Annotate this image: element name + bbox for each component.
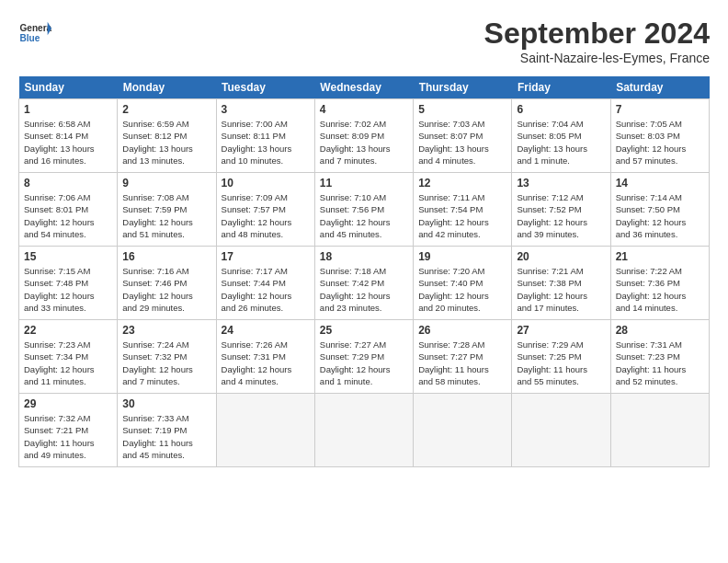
calendar-cell: 29Sunrise: 7:32 AMSunset: 7:21 PMDayligh… xyxy=(19,394,118,467)
day-detail: Sunrise: 7:11 AMSunset: 7:54 PMDaylight:… xyxy=(418,191,506,240)
day-number: 26 xyxy=(418,324,506,337)
logo: General Blue xyxy=(18,17,51,50)
month-title: September 2024 xyxy=(484,17,710,51)
day-number: 2 xyxy=(122,103,210,116)
day-detail: Sunrise: 7:22 AMSunset: 7:36 PMDaylight:… xyxy=(616,265,704,314)
calendar-cell: 12Sunrise: 7:11 AMSunset: 7:54 PMDayligh… xyxy=(414,173,512,247)
day-detail: Sunrise: 7:32 AMSunset: 7:21 PMDaylight:… xyxy=(24,412,112,461)
calendar-cell: 25Sunrise: 7:27 AMSunset: 7:29 PMDayligh… xyxy=(314,320,413,394)
calendar-week-1: 1Sunrise: 6:58 AMSunset: 8:14 PMDaylight… xyxy=(19,99,710,173)
calendar-cell xyxy=(314,394,413,467)
calendar-cell: 13Sunrise: 7:12 AMSunset: 7:52 PMDayligh… xyxy=(512,173,610,247)
day-number: 7 xyxy=(616,103,704,116)
col-monday: Monday xyxy=(118,76,216,99)
day-number: 30 xyxy=(122,397,210,410)
calendar-week-4: 22Sunrise: 7:23 AMSunset: 7:34 PMDayligh… xyxy=(19,320,710,394)
day-detail: Sunrise: 7:33 AMSunset: 7:19 PMDaylight:… xyxy=(122,412,210,461)
calendar-cell: 23Sunrise: 7:24 AMSunset: 7:32 PMDayligh… xyxy=(118,320,216,394)
day-detail: Sunrise: 6:59 AMSunset: 8:12 PMDaylight:… xyxy=(122,118,210,167)
calendar-cell: 10Sunrise: 7:09 AMSunset: 7:57 PMDayligh… xyxy=(216,173,314,247)
day-number: 11 xyxy=(320,177,408,190)
day-detail: Sunrise: 7:15 AMSunset: 7:48 PMDaylight:… xyxy=(24,265,112,314)
day-number: 1 xyxy=(24,103,112,116)
calendar-cell: 4Sunrise: 7:02 AMSunset: 8:09 PMDaylight… xyxy=(314,99,413,173)
day-number: 13 xyxy=(517,177,605,190)
calendar-cell: 7Sunrise: 7:05 AMSunset: 8:03 PMDaylight… xyxy=(610,99,709,173)
day-detail: Sunrise: 7:08 AMSunset: 7:59 PMDaylight:… xyxy=(122,191,210,240)
calendar-cell: 30Sunrise: 7:33 AMSunset: 7:19 PMDayligh… xyxy=(118,394,216,467)
day-number: 18 xyxy=(320,250,408,263)
day-detail: Sunrise: 7:20 AMSunset: 7:40 PMDaylight:… xyxy=(418,265,506,314)
calendar-cell: 18Sunrise: 7:18 AMSunset: 7:42 PMDayligh… xyxy=(314,247,413,320)
day-number: 14 xyxy=(616,177,704,190)
day-detail: Sunrise: 7:14 AMSunset: 7:50 PMDaylight:… xyxy=(616,191,704,240)
calendar-cell: 5Sunrise: 7:03 AMSunset: 8:07 PMDaylight… xyxy=(414,99,512,173)
calendar-cell: 28Sunrise: 7:31 AMSunset: 7:23 PMDayligh… xyxy=(610,320,709,394)
calendar-header-row: Sunday Monday Tuesday Wednesday Thursday… xyxy=(19,76,710,99)
day-detail: Sunrise: 7:18 AMSunset: 7:42 PMDaylight:… xyxy=(320,265,408,314)
calendar-cell: 1Sunrise: 6:58 AMSunset: 8:14 PMDaylight… xyxy=(19,99,118,173)
calendar-week-3: 15Sunrise: 7:15 AMSunset: 7:48 PMDayligh… xyxy=(19,247,710,320)
day-number: 23 xyxy=(122,324,210,337)
day-number: 9 xyxy=(122,177,210,190)
calendar-cell: 8Sunrise: 7:06 AMSunset: 8:01 PMDaylight… xyxy=(19,173,118,247)
day-detail: Sunrise: 7:12 AMSunset: 7:52 PMDaylight:… xyxy=(517,191,605,240)
calendar-cell: 16Sunrise: 7:16 AMSunset: 7:46 PMDayligh… xyxy=(118,247,216,320)
svg-text:General: General xyxy=(19,23,51,33)
col-saturday: Saturday xyxy=(610,76,709,99)
day-detail: Sunrise: 7:10 AMSunset: 7:56 PMDaylight:… xyxy=(320,191,408,240)
day-detail: Sunrise: 7:05 AMSunset: 8:03 PMDaylight:… xyxy=(616,118,704,167)
logo-icon: General Blue xyxy=(18,17,51,50)
day-number: 5 xyxy=(418,103,506,116)
day-detail: Sunrise: 6:58 AMSunset: 8:14 PMDaylight:… xyxy=(24,118,112,167)
day-number: 4 xyxy=(320,103,408,116)
day-number: 24 xyxy=(222,324,310,337)
title-block: September 2024 Saint-Nazaire-les-Eymes, … xyxy=(484,17,710,65)
day-number: 16 xyxy=(122,250,210,263)
calendar-week-2: 8Sunrise: 7:06 AMSunset: 8:01 PMDaylight… xyxy=(19,173,710,247)
day-number: 6 xyxy=(517,103,605,116)
calendar-cell xyxy=(216,394,314,467)
calendar-cell xyxy=(512,394,610,467)
calendar-cell xyxy=(610,394,709,467)
col-wednesday: Wednesday xyxy=(314,76,413,99)
day-detail: Sunrise: 7:28 AMSunset: 7:27 PMDaylight:… xyxy=(418,339,506,387)
col-tuesday: Tuesday xyxy=(216,76,314,99)
day-detail: Sunrise: 7:29 AMSunset: 7:25 PMDaylight:… xyxy=(517,339,605,387)
calendar-cell: 20Sunrise: 7:21 AMSunset: 7:38 PMDayligh… xyxy=(512,247,610,320)
day-detail: Sunrise: 7:17 AMSunset: 7:44 PMDaylight:… xyxy=(222,265,310,314)
day-detail: Sunrise: 7:31 AMSunset: 7:23 PMDaylight:… xyxy=(616,339,704,387)
calendar-cell: 21Sunrise: 7:22 AMSunset: 7:36 PMDayligh… xyxy=(610,247,709,320)
calendar-cell xyxy=(414,394,512,467)
day-number: 21 xyxy=(616,250,704,263)
day-detail: Sunrise: 7:09 AMSunset: 7:57 PMDaylight:… xyxy=(222,191,310,240)
col-thursday: Thursday xyxy=(414,76,512,99)
calendar-cell: 11Sunrise: 7:10 AMSunset: 7:56 PMDayligh… xyxy=(314,173,413,247)
day-number: 20 xyxy=(517,250,605,263)
col-friday: Friday xyxy=(512,76,610,99)
calendar-cell: 19Sunrise: 7:20 AMSunset: 7:40 PMDayligh… xyxy=(414,247,512,320)
svg-text:Blue: Blue xyxy=(19,33,40,43)
day-detail: Sunrise: 7:23 AMSunset: 7:34 PMDaylight:… xyxy=(24,339,112,387)
day-number: 10 xyxy=(222,177,310,190)
day-detail: Sunrise: 7:04 AMSunset: 8:05 PMDaylight:… xyxy=(517,118,605,167)
day-detail: Sunrise: 7:16 AMSunset: 7:46 PMDaylight:… xyxy=(122,265,210,314)
day-number: 12 xyxy=(418,177,506,190)
col-sunday: Sunday xyxy=(19,76,118,99)
day-detail: Sunrise: 7:24 AMSunset: 7:32 PMDaylight:… xyxy=(122,339,210,387)
calendar-cell: 26Sunrise: 7:28 AMSunset: 7:27 PMDayligh… xyxy=(414,320,512,394)
page-container: General Blue September 2024 Saint-Nazair… xyxy=(0,0,728,477)
day-number: 22 xyxy=(24,324,112,337)
calendar-cell: 27Sunrise: 7:29 AMSunset: 7:25 PMDayligh… xyxy=(512,320,610,394)
day-number: 3 xyxy=(222,103,310,116)
day-detail: Sunrise: 7:27 AMSunset: 7:29 PMDaylight:… xyxy=(320,339,408,387)
day-number: 15 xyxy=(24,250,112,263)
day-detail: Sunrise: 7:06 AMSunset: 8:01 PMDaylight:… xyxy=(24,191,112,240)
day-number: 25 xyxy=(320,324,408,337)
day-detail: Sunrise: 7:00 AMSunset: 8:11 PMDaylight:… xyxy=(222,118,310,167)
page-header: General Blue September 2024 Saint-Nazair… xyxy=(18,17,710,65)
day-number: 29 xyxy=(24,397,112,410)
calendar-cell: 15Sunrise: 7:15 AMSunset: 7:48 PMDayligh… xyxy=(19,247,118,320)
calendar-cell: 6Sunrise: 7:04 AMSunset: 8:05 PMDaylight… xyxy=(512,99,610,173)
day-detail: Sunrise: 7:26 AMSunset: 7:31 PMDaylight:… xyxy=(222,339,310,387)
